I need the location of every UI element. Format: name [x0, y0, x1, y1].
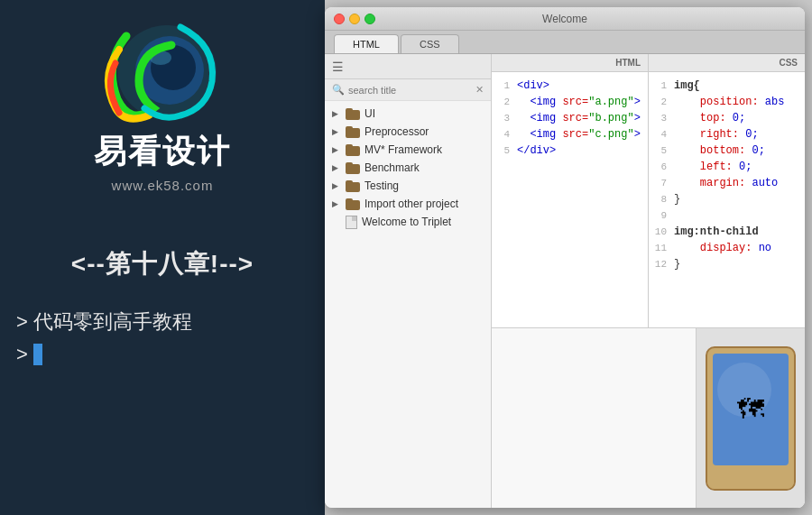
code-line-5: 5 </div>	[492, 143, 648, 159]
sidebar-item-ui[interactable]: ▶ UI	[325, 105, 491, 123]
window-titlebar: Welcome	[325, 7, 805, 31]
css-code-panel: CSS 1 img{ 2 position: abs	[649, 54, 805, 327]
game-card-inner	[713, 354, 789, 465]
sidebar: ☰ 🔍 ✕ ▶ UI ▶ Preprocess	[325, 54, 492, 508]
sidebar-item-label: Benchmark	[364, 161, 420, 174]
traffic-lights	[334, 14, 375, 24]
html-label: HTML	[615, 58, 641, 68]
code-line-1: 1 <div>	[492, 78, 648, 94]
brand-name: 易看设计	[94, 130, 231, 174]
css-line-5: 5 bottom: 0;	[649, 143, 805, 159]
game-card-illustration	[706, 346, 796, 491]
folder-icon	[346, 108, 360, 120]
brand-url: www.ek58.com	[112, 178, 214, 193]
search-icon: 🔍	[332, 84, 345, 96]
mac-window: Welcome HTML CSS ☰ 🔍 ✕ ▶	[325, 7, 805, 508]
hamburger-icon[interactable]: ☰	[332, 60, 344, 74]
code-line-3: 3 <img src="b.png">	[492, 110, 648, 126]
editor-area: HTML 1 <div> 2 <img src="a.png">	[492, 54, 805, 508]
folder-icon	[346, 198, 360, 210]
window-title: Welcome	[542, 13, 587, 25]
sidebar-item-label: Testing	[364, 179, 399, 192]
expand-arrow-icon: ▶	[332, 163, 343, 172]
subtitle-line: > 代码零到高手教程	[0, 308, 192, 336]
css-code-content[interactable]: 1 img{ 2 position: abs 3 top: 0;	[649, 72, 805, 327]
sidebar-item-testing[interactable]: ▶ Testing	[325, 177, 491, 195]
minimize-button[interactable]	[349, 14, 360, 24]
css-label: CSS	[779, 58, 798, 68]
tab-html[interactable]: HTML	[334, 34, 399, 53]
sidebar-item-label: Preprocessor	[364, 125, 429, 138]
html-code-content[interactable]: 1 <div> 2 <img src="a.png"> 3 <img src="…	[492, 72, 648, 327]
right-panel: Welcome HTML CSS ☰ 🔍 ✕ ▶	[325, 0, 812, 515]
css-line-1: 1 img{	[649, 78, 805, 94]
logo-icon	[99, 18, 226, 126]
css-line-2: 2 position: abs	[649, 94, 805, 110]
expand-arrow-icon: ▶	[332, 127, 343, 136]
expand-arrow-icon: ▶	[332, 145, 343, 154]
html-code-panel: HTML 1 <div> 2 <img src="a.png">	[492, 54, 649, 327]
logo-area: 易看设计 www.ek58.com	[94, 18, 231, 193]
bottom-left-panel	[492, 328, 697, 508]
sidebar-item-label: Welcome to Triplet	[362, 216, 451, 228]
bottom-right-panel	[697, 328, 805, 508]
file-icon	[346, 216, 357, 228]
editor-bottom	[492, 327, 805, 508]
sidebar-item-mvframework[interactable]: ▶ MV* Framework	[325, 141, 491, 159]
code-line-4: 4 <img src="c.png">	[492, 126, 648, 143]
game-card-bottom	[707, 471, 794, 489]
close-button[interactable]	[334, 14, 345, 24]
left-panel: 易看设计 www.ek58.com <--第十八章!--> > 代码零到高手教程…	[0, 0, 325, 515]
sidebar-item-label: UI	[364, 107, 375, 120]
sidebar-item-import[interactable]: ▶ Import other project	[325, 195, 491, 213]
expand-arrow-icon: ▶	[332, 181, 343, 190]
html-panel-header: HTML	[492, 54, 648, 72]
sidebar-item-preprocessor[interactable]: ▶ Preprocessor	[325, 123, 491, 141]
maximize-button[interactable]	[364, 14, 375, 24]
cursor-gt: >	[16, 343, 28, 366]
css-line-4: 4 right: 0;	[649, 126, 805, 143]
window-tab-bar: HTML CSS	[325, 31, 805, 54]
sidebar-tree: ▶ UI ▶ Preprocessor ▶ MV* Framework	[325, 101, 491, 508]
folder-icon	[346, 144, 360, 156]
expand-arrow-icon: ▶	[332, 199, 343, 208]
sidebar-item-label: Import other project	[364, 198, 458, 210]
css-line-10: 10 img:nth-child	[649, 224, 805, 240]
sidebar-item-benchmark[interactable]: ▶ Benchmark	[325, 159, 491, 177]
sidebar-toolbar: ☰	[325, 54, 491, 79]
sidebar-item-welcome[interactable]: ▶ Welcome to Triplet	[325, 213, 491, 231]
folder-icon	[346, 126, 360, 138]
sidebar-search-bar[interactable]: 🔍 ✕	[325, 79, 491, 101]
cursor-line: >	[0, 343, 42, 366]
search-input[interactable]	[348, 85, 475, 96]
tab-css[interactable]: CSS	[401, 34, 459, 53]
window-body: ☰ 🔍 ✕ ▶ UI ▶ Preprocess	[325, 54, 805, 508]
folder-icon	[346, 180, 360, 192]
css-line-11: 11 display: no	[649, 240, 805, 256]
cursor-bar	[33, 344, 42, 365]
css-line-9: 9	[649, 207, 805, 224]
expand-arrow-icon: ▶	[332, 109, 343, 118]
css-line-12: 12 }	[649, 256, 805, 272]
css-line-6: 6 left: 0;	[649, 159, 805, 175]
chapter-text: <--第十八章!-->	[71, 247, 254, 281]
css-line-7: 7 margin: auto	[649, 175, 805, 191]
editor-panes: HTML 1 <div> 2 <img src="a.png">	[492, 54, 805, 327]
css-line-3: 3 top: 0;	[649, 110, 805, 126]
css-line-8: 8 }	[649, 191, 805, 207]
sidebar-item-label: MV* Framework	[364, 143, 442, 156]
css-panel-header: CSS	[649, 54, 805, 72]
search-clear-icon[interactable]: ✕	[475, 84, 484, 96]
folder-icon	[346, 162, 360, 174]
code-line-2: 2 <img src="a.png">	[492, 94, 648, 110]
